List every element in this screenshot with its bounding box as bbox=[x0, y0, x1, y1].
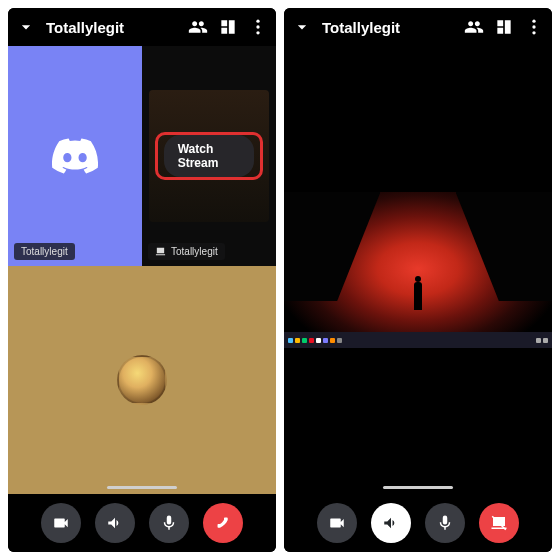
participant-tile-self[interactable]: Totallylegit bbox=[8, 46, 142, 266]
more-icon[interactable] bbox=[524, 17, 544, 37]
call-content: Totallylegit Watch Stream Totallylegit bbox=[8, 46, 276, 494]
channel-title: Totallylegit bbox=[322, 19, 454, 36]
members-icon[interactable] bbox=[464, 17, 484, 37]
watch-stream-highlight: Watch Stream bbox=[155, 132, 264, 180]
streamed-desktop-taskbar bbox=[284, 332, 552, 348]
left-screenshot: Totallylegit Totallylegit bbox=[8, 8, 276, 552]
mic-button[interactable] bbox=[149, 503, 189, 543]
layout-icon[interactable] bbox=[218, 17, 238, 37]
more-icon[interactable] bbox=[248, 17, 268, 37]
home-indicator bbox=[383, 486, 453, 489]
members-icon[interactable] bbox=[188, 17, 208, 37]
disconnect-button[interactable] bbox=[203, 503, 243, 543]
speaker-button[interactable] bbox=[95, 503, 135, 543]
watch-stream-button[interactable]: Watch Stream bbox=[164, 135, 255, 177]
stop-screenshare-button[interactable] bbox=[479, 503, 519, 543]
svg-point-5 bbox=[532, 31, 535, 34]
participant-name: Totallylegit bbox=[21, 246, 68, 257]
svg-point-0 bbox=[256, 20, 259, 23]
stream-participant-name: Totallylegit bbox=[171, 246, 218, 257]
chevron-down-icon[interactable] bbox=[292, 17, 312, 37]
participant-tile-other[interactable] bbox=[8, 266, 276, 494]
stream-name-badge: Totallylegit bbox=[148, 243, 225, 260]
svg-point-3 bbox=[532, 20, 535, 23]
svg-point-1 bbox=[256, 25, 259, 28]
stream-preview: Watch Stream bbox=[149, 90, 270, 222]
mic-button[interactable] bbox=[425, 503, 465, 543]
video-button[interactable] bbox=[41, 503, 81, 543]
chevron-down-icon[interactable] bbox=[16, 17, 36, 37]
right-screenshot: Totallylegit bbox=[284, 8, 552, 552]
home-indicator bbox=[107, 486, 177, 489]
channel-title: Totallylegit bbox=[46, 19, 178, 36]
svg-point-4 bbox=[532, 25, 535, 28]
speaker-button-active[interactable] bbox=[371, 503, 411, 543]
participant-tile-stream[interactable]: Watch Stream Totallylegit bbox=[142, 46, 276, 266]
screen-icon bbox=[155, 246, 166, 257]
call-header: Totallylegit bbox=[8, 8, 276, 46]
call-controls bbox=[8, 494, 276, 552]
participant-name-badge: Totallylegit bbox=[14, 243, 75, 260]
stream-fullscreen[interactable] bbox=[284, 46, 552, 494]
video-button[interactable] bbox=[317, 503, 357, 543]
discord-logo-icon bbox=[52, 133, 98, 179]
svg-point-2 bbox=[256, 31, 259, 34]
streamed-desktop-wallpaper bbox=[284, 192, 552, 332]
layout-icon[interactable] bbox=[494, 17, 514, 37]
call-controls bbox=[284, 494, 552, 552]
avatar bbox=[117, 355, 167, 405]
call-header: Totallylegit bbox=[284, 8, 552, 46]
